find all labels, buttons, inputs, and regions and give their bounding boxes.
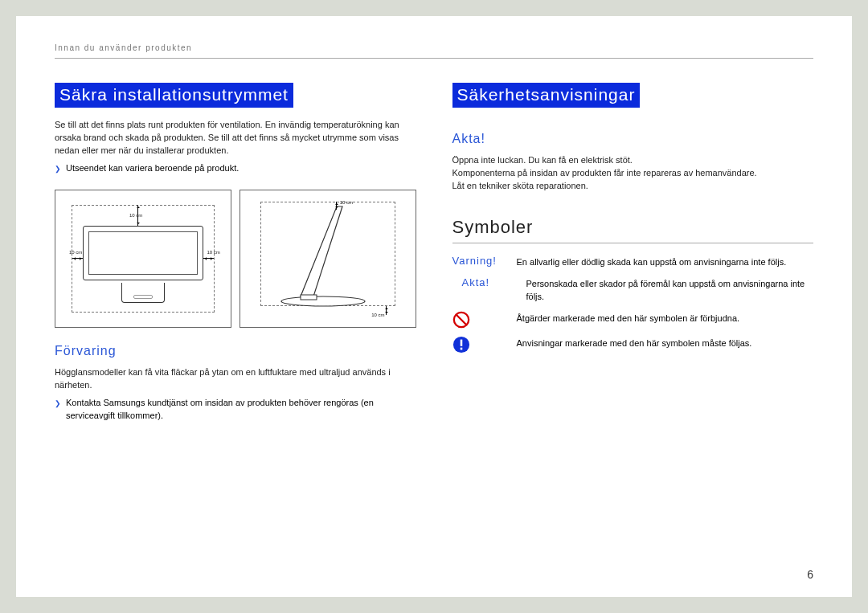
svg-rect-5 [460, 339, 462, 345]
storage-text: Högglansmodeller kan få vita fläckar på … [55, 366, 416, 392]
page-number: 6 [807, 568, 813, 581]
dim-top: 10 cm [129, 213, 142, 218]
symbol-row-warning: Varning! En allvarlig eller dödlig skada… [452, 255, 814, 269]
clearance-figures: 10 cm 10 cm 10 cm 10 cm 10 [55, 190, 416, 328]
svg-line-3 [457, 315, 466, 325]
forbidden-icon [452, 311, 517, 329]
content-columns: Säkra installationsutrymmet Se till att … [55, 83, 813, 423]
divider [452, 243, 814, 243]
caution-line-2: Komponenterna på insidan av produkten få… [452, 167, 814, 180]
must-icon [452, 336, 517, 353]
monitor-side-icon [260, 202, 389, 314]
caution-heading: Akta! [452, 132, 814, 146]
caution-line-3: Låt en tekniker sköta reparationen. [452, 180, 814, 193]
right-column: Säkerhetsanvisningar Akta! Öppna inte lu… [452, 83, 814, 423]
label-warning: Varning! [452, 255, 517, 267]
caution-line-1: Öppna inte luckan. Du kan få en elektris… [452, 154, 814, 167]
symbol-row-forbidden: Åtgärder markerade med den här symbolen … [452, 311, 814, 329]
dim-right: 10 cm [207, 250, 219, 255]
dim-bottom: 10 cm [371, 313, 384, 317]
note-appearance: ❯ Utseendet kan variera beroende på prod… [55, 162, 416, 175]
dim-top-2: 10 cm [340, 200, 353, 205]
intro-text: Se till att det finns plats runt produkt… [55, 119, 416, 157]
label-caution: Akta! [452, 276, 526, 288]
heading-safety: Säkerhetsanvisningar [452, 83, 641, 108]
symbol-row-caution: Akta! Personskada eller skador på föremå… [452, 276, 814, 304]
svg-rect-1 [301, 295, 317, 300]
heading-symbols: Symboler [452, 217, 814, 238]
heading-install-space: Säkra installationsutrymmet [55, 83, 293, 108]
svg-rect-6 [460, 347, 462, 349]
svg-point-0 [281, 296, 365, 306]
running-head: Innan du använder produkten [55, 43, 813, 59]
figure-side-view: 10 cm 10 cm [240, 190, 416, 328]
bullet-icon: ❯ [55, 397, 61, 423]
heading-storage: Förvaring [55, 344, 416, 358]
symbol-row-must: Anvisningar markerade med den här symbol… [452, 336, 814, 353]
bullet-icon: ❯ [55, 162, 61, 175]
dim-left: 10 cm [69, 250, 82, 255]
manual-page: Innan du använder produkten Säkra instal… [16, 16, 852, 597]
left-column: Säkra installationsutrymmet Se till att … [55, 83, 416, 423]
figure-front-view: 10 cm 10 cm 10 cm [55, 190, 231, 328]
storage-bullet: ❯ Kontakta Samsungs kundtjänst om insida… [55, 397, 416, 423]
